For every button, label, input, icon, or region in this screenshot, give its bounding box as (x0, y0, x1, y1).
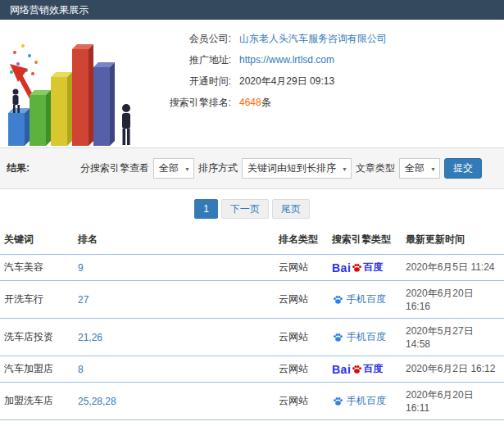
results-table: 关键词 排名 排名类型 搜索引擎类型 最新更新时间 汽车美容 9 云网站 Bai… (0, 225, 504, 426)
table-row: 加盟洗车店 25,28,28 云网站 手机百度 2020年6月20日 16:11 (0, 383, 504, 420)
update-time-cell: 2020年6月5日 11:24 (402, 255, 504, 281)
table-row: 汽车美容 9 云网站 Bai 百度 2020年6月5日 11:24 (0, 255, 504, 281)
update-time-cell: 2020年6月2日 16:12 (402, 356, 504, 383)
table-row: 汽车加盟店 8 云网站 Bai 百度 2020年6月2日 16:12 (0, 356, 504, 383)
result-label: 结果: (7, 161, 30, 175)
rank-unit: 条 (261, 97, 271, 108)
baidu-paw-icon (352, 364, 362, 374)
rank-type-cell: 云网站 (275, 255, 328, 281)
page-1-button[interactable]: 1 (194, 199, 218, 219)
engine-rank-label: 搜索引擎排名: (149, 95, 231, 110)
filter-bar: 结果: 分搜索引擎查看 全部 排序方式 关键词由短到长排序 文章类型 全部 提交 (0, 147, 504, 189)
company-link[interactable]: 山东老人头汽车服务咨询有限公司 (239, 31, 387, 46)
keyword-cell: 开洗车行 (0, 281, 74, 319)
company-row: 会员公司: 山东老人头汽车服务咨询有限公司 (149, 31, 387, 46)
mobile-baidu-paw-icon (333, 396, 343, 406)
next-page-button[interactable]: 下一页 (221, 199, 269, 219)
sort-select[interactable]: 关键词由短到长排序 (242, 158, 352, 179)
baidu-logo-cn: 百度 (363, 362, 383, 376)
mobile-baidu-label: 手机百度 (347, 394, 386, 408)
rank-cell: 21,26 (74, 319, 275, 356)
company-label: 会员公司: (149, 31, 231, 46)
rank-type-cell: 云网站 (275, 281, 328, 319)
filter-controls: 分搜索引擎查看 全部 排序方式 关键词由短到长排序 文章类型 全部 提交 (80, 158, 482, 179)
update-time-cell: 2020年6月20日 16:11 (402, 383, 504, 420)
baidu-paw-icon (352, 262, 362, 273)
url-label: 推广地址: (149, 52, 231, 67)
article-type-label: 文章类型 (356, 161, 395, 175)
keyword-cell: 洗车赚钱吗 (0, 420, 74, 426)
baidu-logo-latin: Bai (332, 261, 351, 274)
table-row: 洗车赚钱吗 30 云网站 手机百度 2020年6月20日 16:12 (0, 420, 504, 426)
rank-type-cell: 云网站 (275, 319, 328, 356)
col-engine-type: 搜索引擎类型 (328, 225, 402, 255)
col-update-time: 最新更新时间 (402, 225, 504, 255)
person-figure-right (122, 104, 130, 145)
engine-cell: 手机百度 (328, 319, 402, 356)
update-time-cell: 2020年6月20日 16:16 (402, 281, 504, 319)
baidu-logo: Bai 百度 (332, 261, 383, 274)
rank-type-cell: 云网站 (275, 383, 328, 420)
last-page-button[interactable]: 尾页 (272, 199, 310, 219)
engine-filter-label: 分搜索引擎查看 (80, 161, 149, 175)
mobile-baidu-paw-icon (333, 332, 343, 342)
engine-select[interactable]: 全部 (153, 158, 194, 179)
engine-cell: Bai 百度 (328, 356, 402, 383)
baidu-logo-cn: 百度 (363, 261, 383, 274)
sort-filter-label: 排序方式 (198, 161, 238, 175)
rank-type-cell: 云网站 (275, 420, 328, 426)
engine-rank-row: 搜索引擎排名: 4648条 (149, 95, 387, 110)
mobile-baidu-logo: 手机百度 (332, 292, 386, 306)
keyword-cell: 洗车店投资 (0, 319, 74, 356)
mobile-baidu-paw-icon (333, 294, 343, 305)
open-time-row: 开通时间: 2020年4月29日 09:13 (149, 74, 387, 88)
article-type-select[interactable]: 全部 (399, 158, 440, 179)
table-row: 洗车店投资 21,26 云网站 手机百度 2020年5月27日 14:58 (0, 319, 504, 356)
mobile-baidu-label: 手机百度 (347, 292, 386, 306)
update-time-cell: 2020年6月20日 16:12 (402, 420, 504, 426)
pagination: 1 下一页 尾页 (0, 189, 504, 225)
open-time-value: 2020年4月29日 09:13 (239, 74, 334, 88)
col-rank: 排名 (74, 225, 275, 255)
rank-cell: 27 (74, 281, 275, 319)
rank-type-cell: 云网站 (275, 356, 328, 383)
info-list: 会员公司: 山东老人头汽车服务咨询有限公司 推广地址: https://www.… (149, 20, 387, 147)
open-time-label: 开通时间: (149, 74, 231, 88)
info-section: 会员公司: 山东老人头汽车服务咨询有限公司 推广地址: https://www.… (0, 20, 504, 147)
mobile-baidu-logo: 手机百度 (332, 330, 386, 344)
engine-rank-value: 4648条 (239, 95, 271, 110)
col-keyword: 关键词 (0, 225, 74, 255)
bar-chart-graphic (2, 23, 143, 146)
rank-cell: 9 (74, 255, 275, 281)
rank-cell: 30 (74, 420, 275, 426)
keyword-cell: 汽车美容 (0, 255, 74, 281)
baidu-logo-latin: Bai (332, 363, 351, 376)
rank-cell: 8 (74, 356, 275, 383)
col-rank-type: 排名类型 (275, 225, 328, 255)
table-row: 开洗车行 27 云网站 手机百度 2020年6月20日 16:16 (0, 281, 504, 319)
baidu-logo: Bai 百度 (332, 362, 383, 376)
engine-cell: 手机百度 (328, 281, 402, 319)
header: 网络营销效果展示 (0, 0, 504, 20)
promotion-url-link[interactable]: https://www.lrtlsd.com (239, 52, 334, 67)
mobile-baidu-logo: 手机百度 (332, 394, 386, 408)
keyword-cell: 加盟洗车店 (0, 383, 74, 420)
rank-cell: 25,28,28 (74, 383, 275, 420)
keyword-cell: 汽车加盟店 (0, 356, 74, 383)
mobile-baidu-label: 手机百度 (347, 330, 386, 344)
page-title: 网络营销效果展示 (10, 4, 89, 16)
update-time-cell: 2020年5月27日 14:58 (402, 319, 504, 356)
table-header-row: 关键词 排名 排名类型 搜索引擎类型 最新更新时间 (0, 225, 504, 255)
engine-cell: 手机百度 (328, 383, 402, 420)
submit-button[interactable]: 提交 (444, 158, 482, 179)
engine-cell: 手机百度 (328, 420, 402, 426)
table-body: 汽车美容 9 云网站 Bai 百度 2020年6月5日 11:24 开洗车行 2… (0, 255, 504, 426)
engine-cell: Bai 百度 (328, 255, 402, 281)
rank-count: 4648 (239, 97, 261, 108)
url-row: 推广地址: https://www.lrtlsd.com (149, 52, 387, 67)
chart-image (0, 20, 149, 147)
